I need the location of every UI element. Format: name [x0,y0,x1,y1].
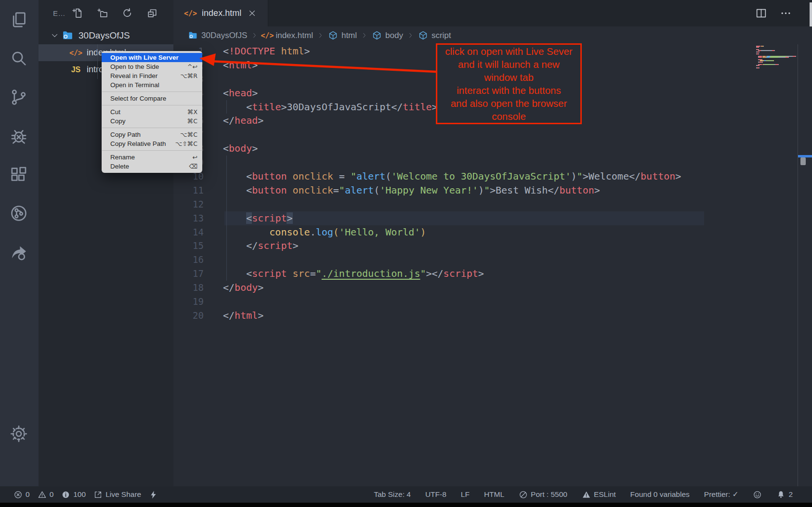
status-language-mode[interactable]: HTML [484,490,504,499]
extensions-icon[interactable] [8,164,29,185]
menu-item-shortcut: ↩ [193,153,197,162]
code-text [223,128,812,142]
code-line-13[interactable]: 13 <script> [173,211,812,225]
status-prettier[interactable]: Prettier: ✓ [704,490,739,499]
debug-icon[interactable] [8,126,29,147]
menu-item-select-for-compare[interactable]: Select for Compare [102,94,202,103]
breadcrumb-label: 30DaysOfJS [201,31,247,40]
code-line-19[interactable]: 19 [173,295,812,309]
code-line-11[interactable]: 11 <button onclick="alert('Happy New Yea… [173,183,812,197]
annotation-text-line: click on open with Live Sever [437,45,580,58]
status-eslint[interactable]: ESLint [582,490,616,499]
tree-folder-30daysofjs[interactable]: 30DaysOfJS [39,26,173,44]
more-actions-icon[interactable] [780,7,792,19]
info-icon [61,490,70,499]
status-label: 0 [26,490,30,499]
menu-item-copy[interactable]: Copy⌘C [102,117,202,126]
code-text: <button onclick = "alert('Welcome to 30D… [223,169,812,183]
menu-item-open-with-live-server[interactable]: Open with Live Server [102,53,202,62]
status-live-share[interactable]: Live Share [93,490,141,499]
status-port[interactable]: Port : 5500 [519,490,567,499]
minimap[interactable] [756,46,797,68]
error-icon [13,490,23,499]
status-info-count[interactable]: 100 [61,490,86,499]
code-line-15[interactable]: 15 </script> [173,239,812,253]
menu-item-shortcut: ⌥⌘C [180,130,197,139]
explorer-icon[interactable] [8,9,29,30]
status-tab-size[interactable]: Tab Size: 4 [374,490,411,499]
status-notifications[interactable]: 2 [776,490,793,499]
breadcrumb-item-body[interactable]: body [372,30,403,40]
code-text: </html> [223,309,812,323]
breadcrumb-item-30daysofjs[interactable]: 30DaysOfJS [188,30,247,40]
annotation-text-line: window tab [437,71,580,84]
settings-icon[interactable] [8,423,29,444]
menu-item-delete[interactable]: Delete⌫ [102,162,202,171]
status-errors[interactable]: 0 [13,490,30,499]
scrollbar-thumb[interactable] [800,157,806,165]
code-line-20[interactable]: 20</html> [173,309,812,323]
breadcrumb-item-index-html[interactable]: </>index.html [262,30,313,40]
live-share-icon [93,490,103,499]
warning-filled-icon [582,490,591,499]
breadcrumb-item-script[interactable]: script [418,30,451,40]
new-file-icon[interactable] [71,7,83,19]
code-line-14[interactable]: 14 console.log('Hello, World') [173,225,812,239]
line-number: 13 [173,211,219,225]
gitlens-icon[interactable] [8,203,29,224]
status-encoding[interactable]: UTF-8 [425,490,446,499]
html-file-icon: </> [70,48,82,58]
menu-item-rename[interactable]: Rename↩ [102,153,202,162]
tab-bar: </> index.html [173,0,812,26]
breadcrumb-item-html[interactable]: html [328,30,357,40]
refresh-icon[interactable] [121,7,133,19]
status-feedback[interactable] [753,490,762,499]
search-icon[interactable] [8,48,29,69]
status-label: Live Share [105,490,141,499]
status-lightning[interactable] [149,490,158,499]
menu-item-label: Select for Compare [110,94,166,103]
status-bar: 00100Live Share Tab Size: 4UTF-8LFHTMLPo… [0,486,812,503]
live-share-icon[interactable] [8,242,29,263]
code-line-7[interactable]: 7 [173,128,812,142]
explorer-header: E… [39,0,173,26]
code-text: </body> [223,281,812,295]
code-line-8[interactable]: 8<body> [173,142,812,156]
status-eol[interactable]: LF [461,490,470,499]
menu-item-label: Rename [110,153,135,162]
code-line-10[interactable]: 10 <button onclick = "alert('Welcome to … [173,169,812,183]
annotation-text-line: and it will launch a new [437,58,580,71]
new-folder-icon[interactable] [96,7,108,19]
code-line-17[interactable]: 17 <script src="./introduction.js"></scr… [173,267,812,281]
breadcrumb-separator-icon [317,32,324,39]
chevron-down-icon[interactable] [51,31,59,39]
code-line-18[interactable]: 18</body> [173,281,812,295]
line-number: 18 [173,281,219,295]
breadcrumb-separator-icon [361,32,368,39]
status-warnings[interactable]: 0 [38,490,54,499]
tab-index-html[interactable]: </> index.html [173,0,268,26]
status-variables[interactable]: Found 0 variables [630,490,690,499]
menu-item-shortcut: ⌥⌘R [180,71,197,80]
menu-item-cut[interactable]: Cut⌘X [102,107,202,117]
collapse-all-icon[interactable] [146,7,158,19]
code-line-16[interactable]: 16 [173,253,812,267]
menu-item-reveal-in-finder[interactable]: Reveal in Finder⌥⌘R [102,71,202,80]
cube-icon [418,30,428,40]
menu-item-copy-relative-path[interactable]: Copy Relative Path⌥⇧⌘C [102,139,202,148]
code-line-12[interactable]: 12 [173,197,812,211]
menu-item-label: Delete [110,162,129,171]
warning-icon [38,490,47,499]
menu-item-open-in-terminal[interactable]: Open in Terminal [102,80,202,90]
menu-item-open-to-the-side[interactable]: Open to the Side^↩ [102,62,202,71]
folder-icon [62,29,74,41]
close-icon[interactable] [248,9,256,17]
menu-item-shortcut: ⌘X [187,107,197,117]
lightning-icon [149,490,158,499]
status-label: 0 [50,490,54,499]
source-control-icon[interactable] [8,87,29,108]
split-editor-icon[interactable] [755,7,767,19]
menu-item-copy-path[interactable]: Copy Path⌥⌘C [102,130,202,139]
menu-item-label: Copy [110,117,126,126]
code-line-9[interactable]: 9 [173,156,812,169]
